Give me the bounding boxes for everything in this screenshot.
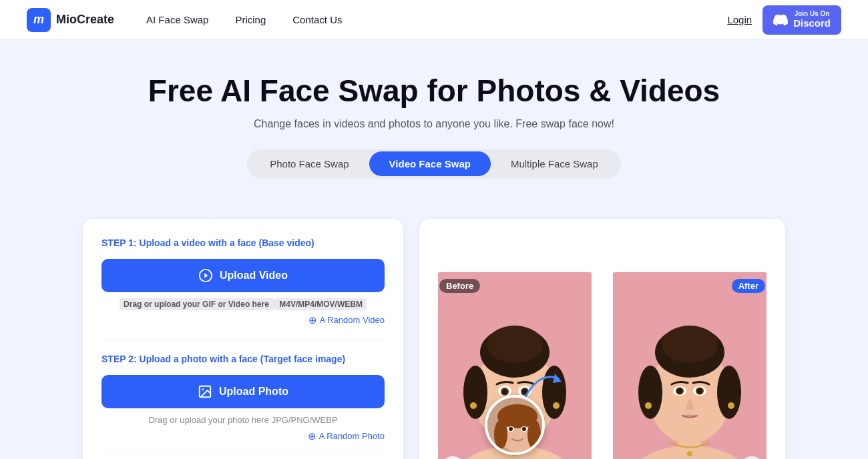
left-panel: STEP 1: Upload a video with a face (Base… bbox=[83, 219, 403, 459]
random-photo-link[interactable]: ⊕ A Random Photo bbox=[101, 430, 385, 442]
svg-point-26 bbox=[494, 420, 507, 449]
after-portrait bbox=[608, 272, 772, 459]
svg-marker-22 bbox=[553, 374, 562, 383]
small-face-portrait bbox=[487, 398, 545, 455]
step2-prefix: STEP 2: bbox=[101, 354, 137, 364]
drag-text-photo: Drag or upload your photo here JPG/PNG/W… bbox=[101, 415, 385, 425]
svg-point-3 bbox=[202, 388, 204, 390]
step2-text: Upload a photo with a face (Target face … bbox=[140, 354, 346, 364]
main-nav: AI Face Swap Pricing Contact Us bbox=[146, 14, 727, 25]
after-image-card: After bbox=[608, 272, 772, 459]
nav-pricing[interactable]: Pricing bbox=[235, 14, 266, 25]
drag-text-video: Drag or upload your GIF or Video here M4… bbox=[101, 299, 385, 309]
svg-marker-1 bbox=[204, 273, 208, 278]
upload-video-icon bbox=[198, 268, 213, 283]
discord-label-wrap: Join Us On Discord bbox=[793, 11, 831, 29]
svg-point-31 bbox=[522, 427, 526, 431]
hero-subtitle: Change faces in videos and photos to any… bbox=[13, 118, 855, 130]
svg-point-29 bbox=[509, 427, 513, 431]
random-video-icon: ⊕ bbox=[308, 314, 317, 326]
upload-video-button[interactable]: Upload Video bbox=[101, 259, 385, 292]
login-link[interactable]: Login bbox=[727, 14, 752, 25]
svg-point-9 bbox=[487, 326, 543, 363]
right-panel: Before bbox=[419, 219, 785, 459]
before-image-card: Before bbox=[433, 272, 597, 459]
tab-multiple-face-swap[interactable]: Multiple Face Swap bbox=[491, 151, 618, 176]
random-video-link[interactable]: ⊕ A Random Video bbox=[101, 314, 385, 326]
discord-main-text: Discord bbox=[793, 17, 831, 29]
discord-icon bbox=[773, 13, 788, 27]
nav-ai-face-swap[interactable]: AI Face Swap bbox=[146, 14, 208, 25]
svg-point-37 bbox=[662, 326, 718, 363]
svg-point-27 bbox=[527, 420, 541, 449]
svg-point-10 bbox=[463, 366, 487, 419]
drag-text-prefix: Drag or upload your GIF or Video here bbox=[120, 298, 275, 310]
before-badge: Before bbox=[439, 279, 480, 293]
step1-prefix: STEP 1: bbox=[101, 238, 137, 248]
step-divider-1 bbox=[101, 340, 385, 340]
tab-photo-face-swap[interactable]: Photo Face Swap bbox=[250, 151, 369, 176]
svg-point-42 bbox=[677, 388, 682, 394]
logo-link[interactable]: m MioCreate bbox=[27, 8, 114, 32]
swap-overlay-inner bbox=[485, 395, 545, 455]
after-badge: After bbox=[732, 279, 765, 293]
upload-photo-button[interactable]: Upload Photo bbox=[101, 375, 385, 408]
header-right: Login Join Us On Discord bbox=[727, 5, 841, 35]
before-after-preview: Before bbox=[433, 272, 772, 459]
tab-video-face-swap[interactable]: Video Face Swap bbox=[369, 151, 491, 176]
discord-top-text: Join Us On bbox=[793, 11, 831, 17]
small-face-circle bbox=[485, 395, 545, 455]
tabs-row: Photo Face Swap Video Face Swap Multiple… bbox=[247, 149, 621, 179]
header: m MioCreate AI Face Swap Pricing Contact… bbox=[0, 0, 868, 40]
upload-photo-label: Upload Photo bbox=[219, 386, 288, 398]
random-photo-label: A Random Photo bbox=[319, 431, 385, 441]
hero-title: Free AI Face Swap for Photos & Videos bbox=[13, 73, 855, 109]
main-content: STEP 1: Upload a video with a face (Base… bbox=[67, 219, 801, 459]
svg-point-48 bbox=[687, 451, 692, 456]
step1-text: Upload a video with a face (Base video) bbox=[140, 238, 314, 248]
upload-photo-icon bbox=[198, 384, 212, 399]
svg-point-14 bbox=[502, 389, 507, 394]
drag-formats: M4V/MP4/MOV/WEBM bbox=[275, 298, 367, 310]
svg-point-38 bbox=[638, 366, 662, 419]
upload-video-label: Upload Video bbox=[220, 270, 288, 282]
svg-point-39 bbox=[717, 366, 741, 419]
logo-icon: m bbox=[27, 8, 51, 32]
svg-point-45 bbox=[697, 388, 702, 394]
svg-point-47 bbox=[728, 402, 734, 409]
random-video-label: A Random Video bbox=[320, 315, 385, 325]
step2-label: STEP 2: Upload a photo with a face (Targ… bbox=[101, 354, 385, 364]
swap-overlay bbox=[485, 395, 545, 455]
step-divider-2 bbox=[101, 456, 385, 456]
discord-button[interactable]: Join Us On Discord bbox=[763, 5, 841, 35]
logo-text: MioCreate bbox=[56, 13, 114, 27]
random-photo-icon: ⊕ bbox=[308, 430, 316, 442]
step1-label: STEP 1: Upload a video with a face (Base… bbox=[101, 238, 385, 248]
nav-contact-us[interactable]: Contact Us bbox=[292, 14, 342, 25]
hero-section: Free AI Face Swap for Photos & Videos Ch… bbox=[0, 40, 868, 219]
svg-point-18 bbox=[470, 402, 477, 409]
svg-point-46 bbox=[645, 402, 652, 409]
